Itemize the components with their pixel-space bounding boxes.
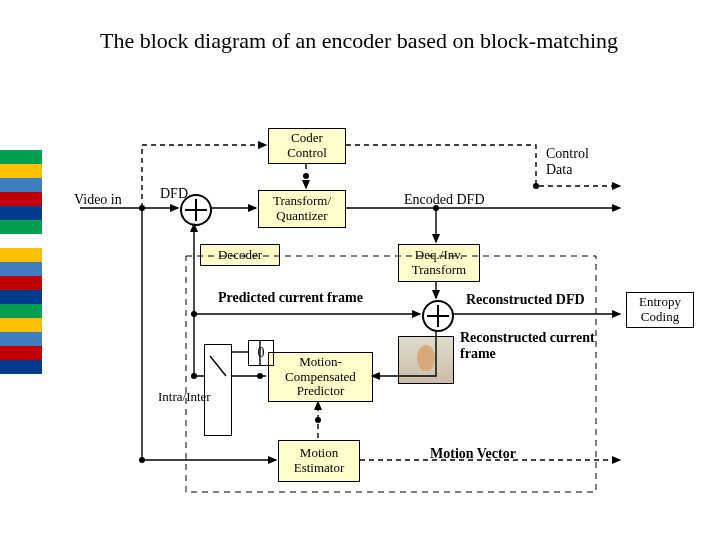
node-dot xyxy=(433,205,439,211)
intra-inter-label: Intra/Inter xyxy=(158,390,211,405)
video-in-label: Video in xyxy=(74,192,122,208)
motion-comp-predictor-block: Motion-CompensatedPredictor xyxy=(268,352,373,402)
node-dot xyxy=(257,373,263,379)
node-dot xyxy=(303,173,309,179)
page-title: The block diagram of an encoder based on… xyxy=(100,28,618,54)
sum-node-bottom xyxy=(422,300,454,332)
node-dot xyxy=(191,373,197,379)
zero-input-box: 0 xyxy=(248,340,274,366)
deq-inv-transform-block: Deq./Inv.Transform xyxy=(398,244,480,282)
entropy-coding-block: EntropyCoding xyxy=(626,292,694,328)
motion-vector-label: Motion Vector xyxy=(430,446,516,462)
node-dot xyxy=(533,183,539,189)
coder-control-block: CoderControl xyxy=(268,128,346,164)
reconstructed-dfd-label: Reconstructed DFD xyxy=(466,292,585,308)
reconstructed-current-frame-label: Reconstructed currentframe xyxy=(460,330,595,362)
decoder-badge: Decoder xyxy=(200,244,280,266)
transform-quantizer-block: Transform/Quantizer xyxy=(258,190,346,228)
encoded-dfd-label: Encoded DFD xyxy=(404,192,485,208)
motion-estimator-block: MotionEstimator xyxy=(278,440,360,482)
node-dot xyxy=(191,311,197,317)
node-dot xyxy=(139,457,145,463)
node-dot xyxy=(139,205,145,211)
predicted-current-frame-label: Predicted current frame xyxy=(218,290,363,306)
side-stripes xyxy=(0,150,42,374)
node-dot xyxy=(315,417,321,423)
frame-thumbnail xyxy=(398,336,454,384)
diagram-arrows xyxy=(0,0,720,540)
dfd-label: DFD xyxy=(160,186,188,202)
control-data-label: ControlData xyxy=(546,146,589,178)
